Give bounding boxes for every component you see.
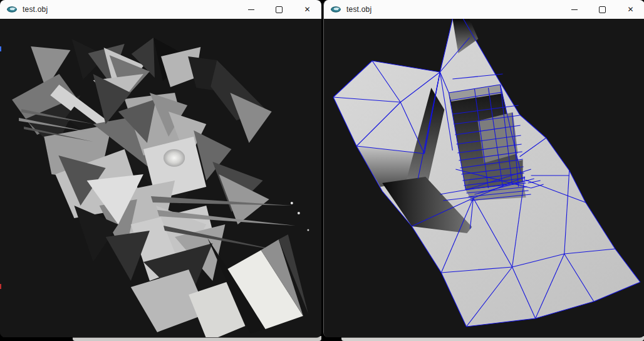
viewer-window-right: test.obj ✕ (323, 0, 644, 337)
maximize-button[interactable] (588, 0, 616, 19)
minimize-icon (571, 9, 578, 10)
mesh-face (291, 202, 293, 204)
mesh-face (298, 212, 300, 214)
mesh-face (164, 149, 185, 167)
app-icon (7, 6, 17, 13)
close-button[interactable]: ✕ (616, 0, 644, 19)
window-controls: ✕ (560, 0, 644, 19)
maximize-icon (599, 6, 606, 13)
title-bar[interactable]: test.obj ✕ (0, 0, 321, 19)
viewer-window-left: test.obj ✕ (0, 0, 321, 337)
close-button[interactable]: ✕ (293, 0, 321, 19)
minimize-icon (248, 9, 254, 10)
minimize-button[interactable] (560, 0, 588, 19)
gl-viewport-shaded[interactable] (0, 19, 321, 337)
app-icon (331, 6, 341, 13)
close-icon: ✕ (627, 6, 633, 13)
desktop: { "windows": [ { "id": "left", "title": … (0, 0, 644, 341)
window-controls: ✕ (237, 0, 321, 19)
title-bar[interactable]: test.obj ✕ (324, 0, 644, 19)
minimize-button[interactable] (237, 0, 265, 19)
mesh-face (0, 284, 1, 289)
maximize-icon (276, 6, 283, 13)
mesh-face (0, 46, 1, 51)
window-title: test.obj (346, 5, 371, 14)
window-title: test.obj (23, 5, 48, 14)
mesh-face (307, 229, 309, 231)
maximize-button[interactable] (265, 0, 293, 19)
close-icon: ✕ (304, 6, 310, 13)
gl-viewport-wireframe[interactable] (324, 19, 644, 337)
